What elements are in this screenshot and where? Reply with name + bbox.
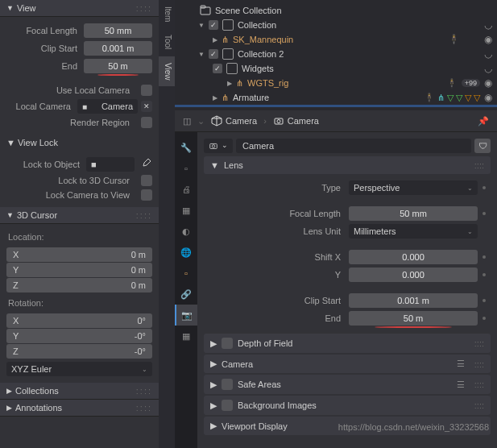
rotation-mode-dropdown[interactable]: XYZ Euler⌄ — [6, 362, 152, 376]
bg-images-section-header[interactable]: ▶ Background Images :::: — [204, 396, 491, 415]
outliner-item[interactable]: ▶ ⋔ WGTS_rig 🕴 +99 ◉ — [175, 76, 497, 90]
drag-icon[interactable]: :::: — [136, 403, 152, 413]
lock-object-label: Lock to Object — [6, 160, 86, 169]
eye-icon[interactable]: ◡ — [484, 63, 492, 74]
drag-icon[interactable]: :::: — [136, 210, 152, 220]
outliner-item[interactable]: Widgets ◡ — [175, 61, 497, 76]
outliner-item[interactable]: ▼ Collection 2 ◡ — [175, 47, 497, 61]
box-icon[interactable]: ◫ — [183, 116, 191, 127]
safe-areas-section-header[interactable]: ▶ Safe Areas ☰ :::: — [204, 375, 491, 394]
eye-icon[interactable]: ◉ — [484, 34, 492, 45]
focal-length-input[interactable]: 50 mm — [349, 206, 478, 221]
drag-icon[interactable]: :::: — [474, 359, 484, 369]
chevron-right-icon[interactable]: ▶ — [213, 36, 217, 44]
lens-section-header[interactable]: ▼ Lens :::: — [204, 156, 491, 174]
loc-x-input[interactable]: X0 m — [6, 247, 152, 262]
chevron-right-icon: ▶ — [6, 404, 12, 412]
clip-start-input[interactable]: 0.001 m — [84, 41, 152, 56]
clip-start-input[interactable]: 0.001 m — [349, 293, 478, 308]
eye-icon[interactable]: ◉ — [484, 92, 492, 103]
props-tab-view[interactable]: ▦ — [175, 200, 197, 221]
list-icon[interactable]: ☰ — [457, 359, 465, 369]
drag-icon[interactable]: :::: — [136, 3, 152, 13]
chevron-right-icon[interactable]: ▶ — [213, 94, 217, 102]
props-tab-object[interactable]: ▫ — [175, 263, 197, 284]
clip-end-input[interactable]: 50 m — [84, 59, 152, 73]
animate-dot[interactable] — [483, 212, 486, 215]
list-icon[interactable]: ☰ — [457, 380, 465, 390]
collection-checkbox[interactable] — [213, 64, 222, 73]
eye-icon[interactable]: ◉ — [484, 77, 492, 89]
collections-header[interactable]: ▶ Collections :::: — [0, 383, 159, 400]
type-dropdown[interactable]: Perspective⌄ — [349, 180, 478, 195]
drag-icon[interactable]: :::: — [474, 160, 484, 170]
chevron-down-icon: ▼ — [6, 4, 14, 12]
datablock-name-input[interactable]: Camera — [236, 139, 471, 153]
props-tab-data[interactable]: 📷 — [175, 305, 197, 326]
loc-z-input[interactable]: Z0 m — [6, 278, 152, 292]
collection-checkbox[interactable] — [209, 20, 218, 30]
pin-icon[interactable]: 📌 — [478, 116, 489, 127]
outliner-item[interactable]: ▶ ⋔ SK_Mannequin 🕴 ◉ — [175, 32, 497, 47]
tab-view[interactable]: View — [159, 56, 175, 87]
annotations-header[interactable]: ▶ Annotations :::: — [0, 400, 159, 417]
render-region-checkbox[interactable] — [141, 117, 152, 128]
animate-dot[interactable] — [483, 273, 486, 276]
loc-y-input[interactable]: Y0 m — [6, 263, 152, 277]
view-lock-header[interactable]: ▼ View Lock — [0, 135, 159, 151]
tab-tool[interactable]: Tool — [159, 28, 175, 56]
chevron-down-icon[interactable]: ▼ — [198, 51, 205, 58]
outliner-item[interactable]: ▶ ⋔ Armature 🕴⋔▽▽▽▽ ◉ — [175, 90, 497, 105]
eyedropper-icon[interactable] — [139, 158, 152, 171]
clip-end-label: End — [204, 313, 349, 323]
tab-item[interactable]: Item — [159, 0, 175, 28]
animate-dot[interactable] — [483, 317, 486, 320]
fake-user-button[interactable]: 🛡 — [474, 139, 491, 153]
collection-checkbox[interactable] — [209, 49, 218, 59]
props-tab-world[interactable]: 🌐 — [175, 242, 197, 263]
props-tab-render[interactable]: ▫ — [175, 158, 197, 179]
props-tab-scene[interactable]: ◐ — [175, 221, 197, 242]
camera-section-header[interactable]: ▶ Camera ☰ :::: — [204, 355, 491, 373]
props-tab-texture[interactable]: ▦ — [175, 326, 197, 346]
eye-icon[interactable]: ◡ — [484, 19, 492, 31]
lock-camera-view-checkbox[interactable] — [141, 189, 152, 201]
rot-x-input[interactable]: X0° — [6, 313, 152, 328]
chevron-right-icon[interactable]: ▶ — [227, 80, 232, 87]
cursor-panel-header[interactable]: ▼ 3D Cursor :::: — [0, 207, 159, 224]
safe-areas-checkbox[interactable] — [222, 379, 233, 390]
view-panel-header[interactable]: ▼ View :::: — [0, 0, 159, 17]
animate-dot[interactable] — [483, 255, 486, 259]
rot-y-input[interactable]: Y-0° — [6, 329, 152, 343]
rot-z-input[interactable]: Z-0° — [6, 344, 152, 359]
drag-icon[interactable]: :::: — [136, 386, 152, 396]
eye-icon[interactable]: ◡ — [484, 48, 492, 60]
shift-y-input[interactable]: 0.000 — [349, 268, 478, 282]
unlink-button[interactable]: ✕ — [141, 101, 152, 112]
lens-unit-dropdown[interactable]: Millimeters⌄ — [349, 224, 478, 239]
drag-icon[interactable]: :::: — [474, 400, 484, 410]
breadcrumb-object[interactable]: Camera — [211, 115, 257, 127]
clip-end-input[interactable]: 50 m — [349, 311, 478, 326]
drag-icon[interactable]: :::: — [474, 338, 484, 348]
dof-section-header[interactable]: ▶ Depth of Field :::: — [204, 334, 491, 353]
datablock-selector[interactable]: ⌄ — [204, 139, 233, 153]
drag-icon[interactable]: :::: — [474, 380, 484, 389]
use-local-camera-checkbox[interactable] — [141, 85, 152, 96]
lock-object-dropdown[interactable]: ■ — [86, 157, 135, 172]
shift-x-input[interactable]: 0.000 — [349, 250, 478, 264]
props-tab-tool[interactable]: 🔧 — [175, 137, 197, 158]
chevron-down-icon[interactable]: ▼ — [198, 22, 205, 29]
outliner-item[interactable]: ▼ Collection ◡ — [175, 18, 497, 32]
animate-dot[interactable] — [483, 299, 486, 302]
local-camera-dropdown[interactable]: ■ Camera — [77, 99, 138, 114]
outliner-root[interactable]: Scene Collection — [175, 3, 497, 18]
breadcrumb-data[interactable]: Camera — [273, 115, 319, 127]
props-tab-constraints[interactable]: 🔗 — [175, 284, 197, 305]
dof-checkbox[interactable] — [222, 338, 233, 349]
bg-images-checkbox[interactable] — [222, 400, 233, 411]
animate-dot[interactable] — [483, 186, 486, 189]
lock-3d-cursor-checkbox[interactable] — [141, 175, 152, 186]
props-tab-output[interactable]: 🖨 — [175, 179, 197, 200]
focal-length-input[interactable]: 50 mm — [84, 23, 152, 38]
